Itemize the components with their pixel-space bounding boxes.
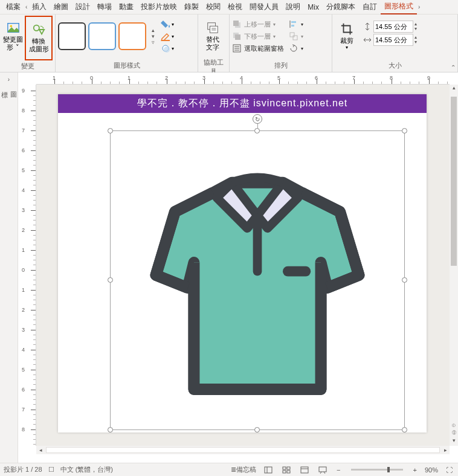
normal-view-button[interactable]: [262, 465, 274, 475]
style-swatch-1[interactable]: [58, 22, 86, 50]
graphic-outline-button[interactable]: ▾: [161, 30, 182, 42]
thumbnail-panel-collapsed: › 圖 標: [0, 72, 18, 463]
send-backward-button[interactable]: 下移一層▾: [232, 30, 284, 42]
tab-storyboard[interactable]: 分鏡腳本: [323, 0, 359, 14]
style-swatch-3[interactable]: [118, 22, 146, 50]
selection-box[interactable]: [110, 130, 405, 430]
tab-transition[interactable]: 轉場: [94, 0, 115, 14]
graphic-effects-button[interactable]: ▾: [161, 42, 182, 54]
tab-custom[interactable]: 自訂: [359, 0, 381, 14]
convert-to-shape-button[interactable]: 轉換 成圖形: [27, 18, 51, 59]
zoom-out-button[interactable]: −: [335, 466, 342, 474]
svg-point-5: [164, 47, 170, 53]
resize-handle-tl[interactable]: [108, 128, 113, 133]
crop-button[interactable]: 裁剪▾: [335, 16, 359, 57]
resize-handle-bl[interactable]: [108, 427, 113, 433]
height-input[interactable]: [373, 21, 413, 33]
svg-rect-30: [287, 471, 290, 473]
vscroll-thumb[interactable]: [451, 97, 457, 266]
sorter-view-button[interactable]: [280, 465, 292, 475]
tab-insert[interactable]: 插入: [28, 0, 50, 14]
accessibility-check-icon[interactable]: ☐: [48, 466, 54, 474]
tab-developer[interactable]: 開發人員: [246, 0, 282, 14]
tab-mix[interactable]: Mix: [304, 1, 323, 13]
group-style-label: 圖形樣式: [58, 60, 195, 72]
tab-draw[interactable]: 繪圖: [50, 0, 72, 14]
width-spin-down[interactable]: ▾: [414, 40, 417, 45]
vertical-scrollbar[interactable]: ▴ ⦶ ⦷ ▾: [450, 85, 458, 446]
change-graphic-button[interactable]: 變更圖 形 ˅: [2, 16, 24, 57]
graphic-fill-button[interactable]: ▾: [161, 18, 182, 30]
scroll-left-button[interactable]: ◂: [36, 447, 45, 453]
bring-forward-label: 上移一層: [244, 20, 271, 29]
tab-scroll-left[interactable]: ‹: [24, 4, 28, 10]
slideshow-view-button[interactable]: [317, 465, 329, 475]
notes-button[interactable]: ≣備忘稿: [231, 465, 256, 474]
next-slide-button[interactable]: ⦷: [452, 429, 456, 436]
tab-file[interactable]: 檔案: [2, 0, 24, 14]
align-button[interactable]: ▾: [289, 18, 303, 30]
svg-rect-29: [283, 471, 286, 473]
zoom-slider[interactable]: [351, 469, 403, 471]
svg-rect-13: [235, 34, 240, 40]
convert-shape-highlight: 轉換 成圖形: [25, 16, 53, 60]
zoom-knob[interactable]: [387, 467, 390, 472]
height-icon: [363, 22, 372, 31]
style-gallery[interactable]: ▴▾▿: [58, 18, 157, 54]
group-arrange-label: 排列: [232, 60, 329, 72]
width-input[interactable]: [373, 34, 413, 46]
tab-slideshow[interactable]: 投影片放映: [137, 0, 181, 14]
group-graphic-style: ▴▾▿ ▾ ▾ ▾ 圖形樣式: [56, 14, 198, 72]
bring-forward-icon: [232, 19, 242, 29]
tab-design[interactable]: 設計: [72, 0, 94, 14]
height-spin-down[interactable]: ▾: [414, 27, 417, 31]
scroll-up-button[interactable]: ▴: [450, 85, 458, 93]
outline-icon: [161, 31, 172, 41]
scroll-down-button[interactable]: ▾: [450, 437, 458, 446]
style-swatch-2[interactable]: [88, 22, 116, 50]
resize-handle-tr[interactable]: [402, 128, 407, 133]
group-button[interactable]: ▾: [289, 30, 303, 42]
alt-text-icon: [206, 21, 219, 34]
tab-graphic-format[interactable]: 圖形格式: [381, 0, 417, 14]
rotate-handle[interactable]: [253, 114, 262, 124]
svg-rect-22: [293, 36, 297, 40]
tab-animation[interactable]: 動畫: [115, 0, 137, 14]
zoom-in-button[interactable]: +: [411, 466, 419, 474]
hscroll-track[interactable]: [46, 447, 440, 453]
convert-shape-label: 轉換 成圖形: [29, 37, 49, 53]
expand-thumbnails-button[interactable]: ›: [8, 76, 10, 83]
reading-view-button[interactable]: [298, 465, 311, 475]
resize-handle-mr[interactable]: [402, 277, 407, 283]
resize-handle-bm[interactable]: [254, 427, 260, 433]
vertical-ruler: 987654321012345678: [18, 85, 36, 446]
crop-label: 裁剪: [340, 37, 353, 45]
alt-text-button[interactable]: 替代 文字: [201, 16, 225, 57]
svg-point-1: [10, 25, 12, 27]
slide-area[interactable]: 學不完．教不停．用不盡 isvincent.pixnet.net: [36, 85, 450, 446]
selection-pane-label: 選取範圍窗格: [244, 44, 284, 53]
selection-pane-button[interactable]: 選取範圍窗格: [232, 42, 284, 54]
tab-view[interactable]: 檢視: [224, 0, 246, 14]
rotate-button[interactable]: ▾: [289, 42, 303, 54]
gallery-more[interactable]: ▴▾▿: [149, 27, 157, 45]
fit-to-window-button[interactable]: ⛶: [444, 466, 454, 474]
bring-forward-button[interactable]: 上移一層▾: [232, 18, 284, 30]
tab-scroll-right[interactable]: ›: [417, 4, 421, 10]
slide-counter[interactable]: 投影片 1 / 28: [4, 465, 42, 474]
language-indicator[interactable]: 中文 (繁體，台灣): [60, 465, 113, 474]
prev-slide-button[interactable]: ⦶: [452, 422, 456, 428]
group-size: 裁剪▾ ▴▾ ▴▾ 大小: [332, 14, 458, 72]
tab-record[interactable]: 錄製: [181, 0, 202, 14]
resize-handle-ml[interactable]: [108, 277, 113, 283]
tab-help[interactable]: 說明: [282, 0, 304, 14]
svg-rect-27: [283, 467, 286, 469]
resize-handle-br[interactable]: [402, 427, 407, 433]
ribbon-collapse-button[interactable]: ⌃: [451, 64, 456, 71]
tab-review[interactable]: 校閱: [202, 0, 224, 14]
horizontal-scrollbar[interactable]: ◂ ▸: [36, 446, 450, 454]
zoom-percent[interactable]: 90%: [425, 466, 438, 474]
group-change: 變更圖 形 ˅ 轉換 成圖形 變更: [0, 14, 56, 72]
resize-handle-tm[interactable]: [254, 128, 260, 133]
scroll-right-button[interactable]: ▸: [441, 447, 450, 453]
